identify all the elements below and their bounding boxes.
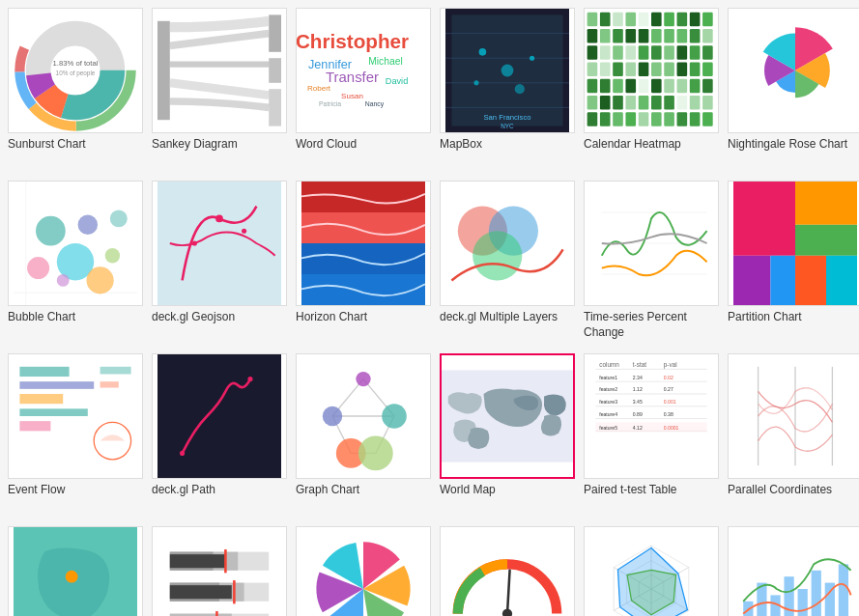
chart-item-nightingale[interactable]: Nightingale Rose Chart [728,8,859,177]
chart-item-worldmap[interactable]: World Map [440,353,580,522]
svg-rect-12 [269,58,281,83]
svg-rect-74 [690,62,701,76]
chart-label-horizon: Horizon Chart [296,310,367,325]
chart-thumb-timeseries [584,181,719,306]
svg-rect-10 [157,21,170,120]
chart-item-geojson[interactable]: deck.gl Geojson [152,181,292,350]
chart-item-wordcloud[interactable]: Christopher Jennifer Michael Transfer Ro… [296,8,436,177]
chart-item-paired[interactable]: column t-stat p-val feature1 2.34 0.02 f… [584,353,724,522]
chart-item-sankey[interactable]: Sankey Diagram [152,8,292,177]
svg-rect-56 [587,45,598,60]
svg-rect-121 [301,182,425,212]
chart-item-gauge[interactable]: TEMPERATURE 72°F Gauge Chart [440,526,580,616]
svg-point-119 [192,240,197,245]
chart-item-graph[interactable]: Graph Chart [296,353,436,522]
svg-text:2.34: 2.34 [633,375,643,380]
svg-rect-69 [625,62,636,76]
svg-point-109 [36,216,66,246]
svg-rect-77 [600,79,611,94]
svg-rect-100 [639,112,649,126]
svg-text:0.0001: 0.0001 [664,425,679,431]
chart-item-sunburst[interactable]: 1.83% of total 10% of people Sunburst Ch… [8,8,148,177]
chart-item-path[interactable]: deck.gl Path [152,353,292,522]
svg-rect-104 [690,112,701,126]
chart-item-parallel[interactable]: Parallel Coordinates [728,353,859,522]
chart-label-paired: Paired t-test Table [584,483,677,498]
svg-point-120 [242,229,246,234]
svg-rect-57 [600,45,611,60]
chart-thumb-mapbox: San Francisco NYC [440,8,575,133]
svg-point-112 [105,248,120,263]
svg-rect-68 [613,62,623,76]
svg-point-113 [27,257,49,279]
chart-item-bullet[interactable]: Bullet Chart [152,526,292,616]
svg-rect-50 [639,29,649,43]
chart-item-radar[interactable]: Radar Chart [584,526,724,616]
svg-text:1.83% of total: 1.83% of total [53,59,99,68]
chart-item-calendar[interactable]: Calendar Heatmap [584,8,724,177]
svg-rect-105 [702,112,713,126]
chart-thumb-graph [296,353,431,479]
svg-rect-99 [625,112,636,126]
svg-point-159 [356,372,370,386]
chart-thumb-multiple [440,181,575,306]
svg-rect-44 [690,13,701,27]
svg-rect-59 [625,45,636,60]
svg-text:1.12: 1.12 [633,386,643,392]
chart-label-timeseries: Time-series Percent Change [584,310,719,340]
chart-label-mapbox: MapBox [440,137,482,153]
chart-item-horizon[interactable]: Horizon Chart [296,181,436,350]
svg-rect-122 [301,212,425,243]
chart-thumb-wordcloud: Christopher Jennifer Michael Transfer Ro… [296,8,431,133]
chart-label-nightingale: Nightingale Rose Chart [728,137,847,153]
svg-rect-88 [613,96,623,110]
chart-item-partition[interactable]: Partition Chart [728,181,859,350]
chart-item-eventflow[interactable]: Event Flow [8,353,148,522]
svg-rect-83 [677,79,688,94]
chart-item-mapbox[interactable]: San Francisco NYC MapBox [440,8,580,177]
chart-item-country[interactable]: Country Map [8,526,148,616]
chart-item-mixed[interactable]: Mixed timeseries chart [728,526,859,616]
svg-rect-233 [839,564,848,616]
chart-item-bubble[interactable]: Bubble Chart [8,181,148,350]
svg-text:0.001: 0.001 [664,399,676,405]
svg-point-116 [110,210,128,227]
svg-text:4.12: 4.12 [633,425,643,431]
chart-label-wordcloud: Word Cloud [296,137,357,153]
svg-point-33 [473,80,478,85]
svg-rect-206 [170,585,232,599]
svg-rect-135 [795,225,857,256]
svg-point-114 [87,266,114,294]
svg-rect-86 [587,96,598,110]
svg-text:Transfer: Transfer [326,69,379,85]
svg-rect-62 [664,45,674,60]
chart-label-calendar: Calendar Heatmap [584,137,681,153]
svg-text:0.38: 0.38 [664,411,673,417]
svg-text:Patricia: Patricia [319,100,341,107]
svg-rect-72 [664,62,674,76]
svg-rect-54 [690,29,701,43]
svg-rect-48 [613,29,623,43]
svg-rect-124 [301,274,425,305]
chart-thumb-paired: column t-stat p-val feature1 2.34 0.02 f… [584,353,719,479]
chart-item-chord[interactable]: Chord Diagram [296,526,436,616]
svg-text:feature5: feature5 [599,425,617,431]
svg-rect-133 [733,182,795,256]
chart-thumb-calendar [584,8,719,133]
svg-rect-58 [613,45,623,60]
svg-rect-43 [677,13,688,27]
svg-rect-11 [269,14,281,51]
chart-item-multiple[interactable]: deck.gl Multiple Layers [440,181,580,350]
chart-label-sankey: Sankey Diagram [152,137,238,153]
chart-label-path: deck.gl Path [152,483,215,498]
svg-rect-81 [651,79,662,94]
chart-label-geojson: deck.gl Geojson [152,310,235,325]
svg-rect-102 [664,112,674,126]
svg-rect-231 [812,571,821,616]
chart-item-timeseries[interactable]: Time-series Percent Change [584,181,724,350]
svg-rect-91 [651,96,662,110]
svg-rect-94 [690,96,701,110]
chart-thumb-sunburst: 1.83% of total 10% of people [8,8,143,133]
svg-point-115 [57,274,70,287]
svg-rect-98 [613,112,623,126]
